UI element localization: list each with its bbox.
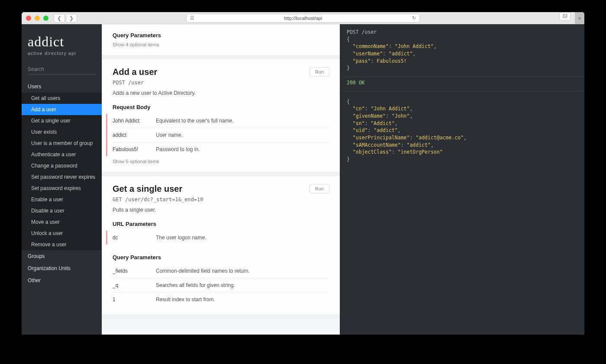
- run-button[interactable]: Run: [309, 67, 329, 77]
- browser-window: ❮ ❯ ☰ http://localhost/api ↻ + addict ac…: [22, 12, 584, 335]
- logo-title: addict: [28, 34, 96, 50]
- run-button[interactable]: Run: [309, 184, 329, 193]
- nav: UsersGet all usersAdd a userGet a single…: [22, 81, 102, 335]
- show-optional-link[interactable]: Show 5 optional items: [113, 159, 329, 164]
- sidebar-item[interactable]: Set password never expires: [22, 171, 102, 183]
- param-row: dcThe user logon name.: [113, 231, 329, 245]
- reload-icon[interactable]: ↻: [408, 15, 419, 21]
- back-button[interactable]: ❮: [54, 14, 65, 23]
- logo-subtitle: active directory api: [28, 51, 96, 56]
- param-row: _fieldsCommon-delimited field names to r…: [113, 264, 329, 278]
- sidebar-item[interactable]: Move a user: [22, 216, 102, 228]
- param-desc: Result index to start from.: [156, 296, 329, 303]
- nav-group[interactable]: Groups: [22, 250, 102, 262]
- titlebar: ❮ ❯ ☰ http://localhost/api ↻ +: [22, 12, 584, 24]
- sidebar-item[interactable]: Enable a user: [22, 194, 102, 205]
- search-input[interactable]: [28, 64, 96, 74]
- sidebar-item[interactable]: Get a single user: [22, 115, 102, 126]
- close-icon[interactable]: [26, 16, 31, 21]
- param-row: John AddictEquivalent to the user's full…: [113, 114, 329, 128]
- param-desc: Common-delimited field names to return.: [156, 268, 329, 274]
- param-name: _q: [113, 282, 156, 288]
- response-line: "sAMAccountName": "addict",: [347, 142, 577, 149]
- qp-heading: Query Parameters: [113, 32, 329, 39]
- sidebar-item[interactable]: Change a password: [22, 160, 102, 171]
- new-tab-button[interactable]: +: [575, 12, 584, 24]
- response-endpoint: POST /user: [347, 29, 577, 36]
- qp-heading-single: Query Parameters: [113, 254, 329, 261]
- show-optional-link[interactable]: Show 4 optional items: [113, 42, 329, 47]
- endpoint-add-user: POST /user: [113, 80, 329, 86]
- param-desc: Equivalent to the user's full name.: [156, 118, 329, 124]
- url-text: http://localhost/api: [198, 16, 408, 21]
- address-bar[interactable]: ☰ http://localhost/api ↻: [186, 14, 420, 23]
- param-desc: Password to log in.: [156, 146, 329, 152]
- param-row: 1Result index to start from.: [113, 292, 329, 306]
- nav-group[interactable]: Organization Units: [22, 262, 102, 274]
- sidebar-item[interactable]: Unlock a user: [22, 228, 102, 239]
- response-line: "givenName": "John",: [347, 113, 577, 120]
- desc-get-single: Pulls a single user.: [113, 207, 329, 213]
- sidebar-item[interactable]: User is a member of group: [22, 138, 102, 149]
- response-line: "pass": Fabulous5!: [347, 58, 577, 65]
- param-row: addictUser name.: [113, 128, 329, 142]
- sidebar: addict active directory api UsersGet all…: [22, 24, 102, 335]
- maximize-icon[interactable]: [43, 16, 48, 21]
- sidebar-item[interactable]: Remove a user: [22, 239, 102, 250]
- sidebar-item[interactable]: Authenticate a user: [22, 149, 102, 160]
- param-row: _qSearches all fields for given string.: [113, 278, 329, 292]
- response-line: "objectClass": "inetOrgPerson": [347, 148, 577, 156]
- section-title-add-user: Add a user: [113, 67, 329, 77]
- param-name: Fabulous5!: [113, 146, 156, 152]
- param-row: Fabulous5!Password to log in.: [113, 142, 329, 156]
- param-name: dc: [113, 235, 156, 241]
- request-body-heading: Request Body: [113, 104, 329, 110]
- section-title-get-single: Get a single user: [113, 184, 329, 194]
- tabs-button[interactable]: [559, 12, 571, 21]
- reader-icon: ☰: [187, 15, 198, 21]
- url-params-heading: URL Parameters: [113, 221, 329, 227]
- response-panel: POST /user { "commonName": "John Addict"…: [340, 24, 584, 335]
- response-line: "uid": "addict",: [347, 127, 577, 134]
- nav-group[interactable]: Users: [22, 81, 102, 93]
- param-desc: Searches all fields for given string.: [156, 282, 329, 288]
- param-name: 1: [113, 296, 156, 303]
- response-line: "commonName": "John Addict",: [347, 43, 577, 50]
- response-line: "userName": "addict",: [347, 50, 577, 58]
- sidebar-item[interactable]: Add a user: [22, 104, 102, 115]
- svg-rect-1: [564, 14, 567, 17]
- sidebar-item[interactable]: Disable a user: [22, 205, 102, 216]
- sidebar-item[interactable]: User exists: [22, 126, 102, 138]
- param-desc: User name.: [156, 132, 329, 138]
- param-name: addict: [113, 132, 156, 138]
- response-line: "userPrincipalName": "addict@acme.co",: [347, 134, 577, 142]
- docs-panel: Query Parameters Show 4 optional items R…: [102, 24, 340, 335]
- param-name: _fields: [113, 268, 156, 274]
- response-status: 200 OK: [347, 79, 577, 87]
- param-desc: The user logon name.: [156, 235, 329, 241]
- sidebar-item[interactable]: Get all users: [22, 93, 102, 104]
- nav-group[interactable]: Other: [22, 274, 102, 287]
- param-name: John Addict: [113, 118, 156, 124]
- sidebar-item[interactable]: Set password expires: [22, 183, 102, 194]
- response-line: "sn": "Addict",: [347, 120, 577, 127]
- desc-add-user: Adds a new user to Active Directory.: [113, 90, 329, 96]
- minimize-icon[interactable]: [35, 16, 40, 21]
- forward-button[interactable]: ❯: [66, 14, 77, 23]
- response-line: "cn": "John Addict",: [347, 105, 577, 113]
- endpoint-get-single: GET /user/dc?_start=1&_end=10: [113, 196, 329, 203]
- svg-rect-0: [563, 15, 566, 18]
